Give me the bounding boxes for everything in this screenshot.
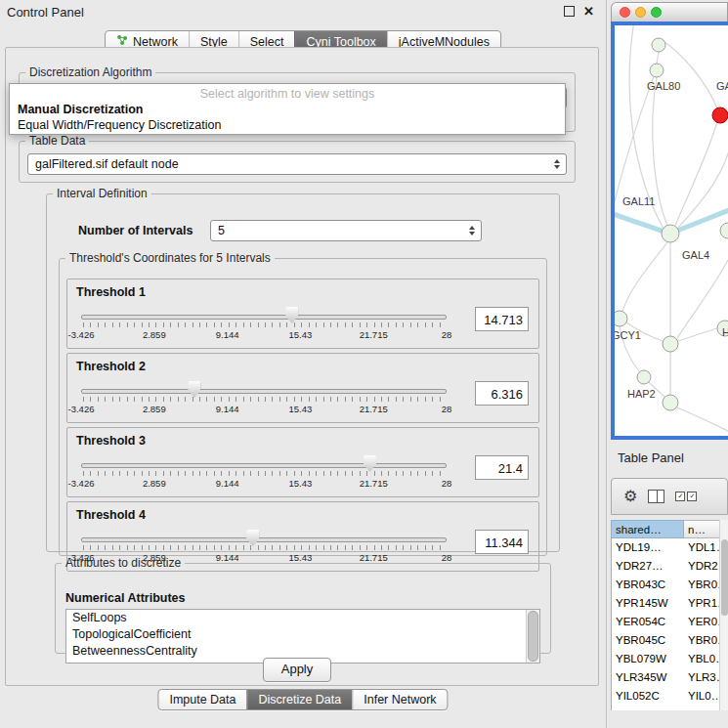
network-node-selected[interactable] (712, 107, 728, 123)
table-row[interactable]: YDL19…YDL1… (612, 538, 728, 557)
table-cell[interactable]: YER0… (684, 613, 720, 631)
numerical-attributes-list[interactable]: SelfLoopsTopologicalCoefficientBetweenne… (65, 609, 540, 664)
checkbox-icon[interactable]: ✓ (687, 492, 697, 501)
table-cell[interactable]: YBR043C (612, 576, 684, 594)
table-data-combo[interactable]: galFiltered.sif default node (27, 153, 567, 175)
table-body: YDL19…YDL1…YDR27…YDR2…YBR043CYBR0…YPR145… (612, 538, 728, 706)
table-cell[interactable]: YDL1… (684, 538, 720, 557)
scrollbar-thumb[interactable] (721, 539, 728, 616)
control-panel: Control Panel ✕ NetworkStyleSelectCyni T… (0, 0, 607, 728)
numerical-attributes-label: Numerical Attributes (65, 591, 185, 605)
slider-track[interactable] (81, 315, 447, 320)
slider-ticks (83, 471, 445, 476)
scrollbar-thumb[interactable] (528, 611, 538, 662)
table-row[interactable]: YPR145WYPR1… (612, 594, 728, 613)
column-header-n[interactable]: n… (684, 520, 720, 538)
network-node-label: GA (716, 80, 728, 92)
slider-track[interactable] (81, 463, 447, 468)
table-row[interactable]: YDR27…YDR2… (612, 557, 728, 576)
float-window-icon[interactable] (564, 6, 575, 17)
threshold-value-field[interactable]: 21.4 (475, 455, 529, 480)
network-node[interactable] (663, 336, 678, 352)
table-scrollbar[interactable] (719, 520, 728, 710)
tab-impute-data[interactable]: Impute Data (158, 690, 246, 709)
network-node[interactable] (720, 223, 728, 238)
close-traffic-light-icon[interactable] (620, 7, 630, 18)
threshold-slider[interactable]: -3.4262.8599.14415.4321.71528 (81, 379, 447, 418)
network-edge (657, 52, 659, 64)
threshold-slider[interactable]: -3.4262.8599.14415.4321.71528 (81, 305, 447, 344)
table-cell[interactable]: YDL19… (612, 538, 684, 557)
slider-thumb[interactable] (364, 455, 376, 472)
table-cell[interactable]: YER054C (612, 613, 684, 631)
table-cell[interactable]: YDR27… (612, 557, 684, 576)
table-cell[interactable]: YPR145W (612, 594, 684, 613)
table-row[interactable]: YBL079WYBL0… (612, 650, 728, 668)
tab-label: Infer Network (364, 693, 436, 707)
slider-thumb[interactable] (188, 381, 200, 398)
table-row[interactable]: YBR043CYBR0… (612, 576, 728, 594)
network-node[interactable] (650, 64, 664, 77)
threshold-slider[interactable]: -3.4262.8599.14415.4321.71528 (81, 453, 447, 492)
tick-label: 15.43 (289, 478, 313, 489)
network-canvas[interactable]: GAL80GAGAL11GAL4GCY1HHAP2 (615, 25, 728, 436)
apply-button[interactable]: Apply (263, 658, 331, 682)
tick-label: 2.859 (143, 404, 166, 414)
table-toolbar: ⚙ ✓ ✓ (611, 478, 728, 515)
table-cell[interactable]: YLR3… (684, 668, 720, 687)
table-row[interactable]: YBR045CYBR0… (612, 631, 728, 650)
slider-track[interactable] (81, 389, 447, 394)
table-cell[interactable]: YBR045C (612, 631, 684, 650)
algorithm-option[interactable]: Equal Width/Frequency Discretization (10, 117, 565, 133)
slider-track[interactable] (81, 537, 447, 542)
table-cell[interactable]: YIL052C (612, 687, 684, 706)
close-icon[interactable]: ✕ (583, 7, 594, 17)
threshold-label: Threshold 3 (76, 434, 146, 448)
network-window-titlebar[interactable] (611, 2, 728, 21)
gear-icon[interactable]: ⚙ (623, 489, 637, 504)
attribute-list-item[interactable]: SelfLoops (66, 610, 539, 626)
network-node[interactable] (637, 370, 651, 384)
tick-label: 2.859 (143, 478, 166, 489)
checkbox-icon[interactable]: ✓ (675, 492, 685, 501)
network-node[interactable] (652, 38, 665, 52)
tick-label: 9.144 (216, 404, 239, 414)
attribute-list-item[interactable]: TopologicalCoefficient (66, 626, 539, 643)
slider-thumb[interactable] (246, 530, 259, 546)
table-cell[interactable]: YPR1… (684, 594, 720, 613)
checkbox-icons[interactable]: ✓ ✓ (675, 492, 697, 501)
network-node-label: GAL80 (647, 80, 680, 92)
network-node[interactable] (663, 395, 678, 410)
slider-thumb[interactable] (285, 307, 298, 323)
zoom-traffic-light-icon[interactable] (651, 7, 662, 18)
threshold-value-field[interactable]: 11.344 (475, 530, 529, 554)
table-row[interactable]: YIL052CYIL0… (612, 687, 728, 706)
threshold-value-field[interactable]: 6.316 (475, 381, 529, 406)
algorithm-option[interactable]: Manual Discretization (10, 102, 565, 117)
num-intervals-combo[interactable]: 5 (210, 220, 482, 241)
interval-definition-group: Interval Definition Number of Intervals … (46, 187, 560, 552)
column-header-shared[interactable]: shared… (612, 520, 684, 538)
table-panel-title: Table Panel (618, 450, 684, 465)
table-cell[interactable]: YBR0… (684, 576, 720, 594)
network-node-label: GAL4 (682, 249, 709, 261)
tab-discretize-data[interactable]: Discretize Data (247, 690, 353, 709)
table-cell[interactable]: YBL0… (684, 650, 720, 668)
table-row[interactable]: YLR345WYLR3… (612, 668, 728, 687)
threshold-value-field[interactable]: 14.713 (475, 307, 529, 331)
table-cell[interactable]: YLR345W (612, 668, 684, 687)
table-row[interactable]: YER054CYER0… (612, 613, 728, 631)
tab-infer-network[interactable]: Infer Network (352, 690, 447, 709)
network-node[interactable] (662, 225, 679, 242)
network-node[interactable] (615, 311, 627, 326)
tick-label: -3.426 (68, 404, 95, 414)
tick-label: 28 (442, 404, 452, 414)
list-scrollbar[interactable] (526, 610, 539, 663)
table-cell[interactable]: YBL079W (612, 650, 684, 668)
network-edge (677, 148, 728, 229)
columns-icon[interactable] (648, 490, 664, 503)
table-cell[interactable]: YBR0… (684, 631, 720, 650)
minimize-traffic-light-icon[interactable] (635, 7, 646, 18)
table-cell[interactable]: YDR2… (684, 557, 720, 576)
table-cell[interactable]: YIL0… (684, 687, 720, 706)
